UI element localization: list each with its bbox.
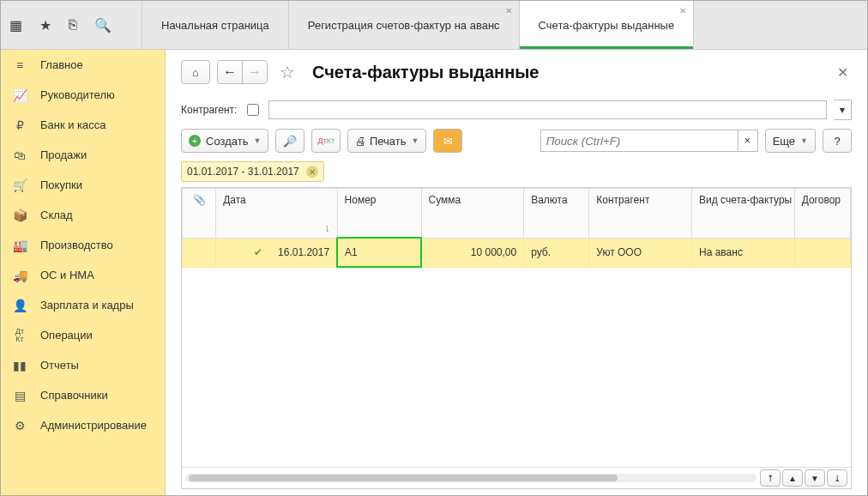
- sidebar-item-label: Главное: [40, 58, 83, 71]
- forward-button[interactable]: →: [242, 61, 267, 83]
- sidebar-item-hr[interactable]: 👤 Зарплата и кадры: [1, 290, 165, 320]
- counterparty-filter-input[interactable]: [268, 100, 827, 119]
- sidebar-item-label: Покупки: [40, 178, 82, 191]
- sidebar-item-references[interactable]: ▤ Справочники: [1, 380, 165, 410]
- cell-sum: 10 000,00: [421, 238, 524, 267]
- chevron-down-icon: ▼: [412, 136, 419, 145]
- bars-icon: ▮▮: [13, 359, 27, 372]
- dtkt-icon: ДтКт: [13, 328, 27, 343]
- nav-history: ← →: [217, 60, 268, 84]
- sidebar-item-label: Операции: [40, 329, 93, 342]
- home-button[interactable]: ⌂: [181, 60, 210, 84]
- sidebar-item-admin[interactable]: ⚙ Администрирование: [1, 410, 165, 440]
- horizontal-scrollbar[interactable]: [185, 474, 756, 482]
- column-attach[interactable]: 📎: [183, 189, 216, 239]
- mail-button[interactable]: ✉: [433, 129, 462, 153]
- cell-counterparty: Уют ООО: [589, 238, 692, 267]
- truck-icon: 🚚: [13, 269, 27, 282]
- column-counterparty[interactable]: Контрагент: [589, 189, 692, 239]
- sidebar-item-label: Отчеты: [40, 359, 79, 372]
- counterparty-filter-dropdown[interactable]: ▾: [834, 100, 852, 120]
- search-icon[interactable]: 🔍: [91, 14, 115, 37]
- more-button-label: Еще: [773, 135, 795, 148]
- column-currency[interactable]: Валюта: [524, 189, 589, 239]
- create-button[interactable]: + Создать ▼: [181, 129, 268, 153]
- tab-home[interactable]: Начальная страница: [142, 1, 288, 49]
- column-header-label: Дата: [223, 194, 246, 206]
- help-button[interactable]: ?: [823, 129, 852, 153]
- sidebar-item-operations[interactable]: ДтКт Операции: [1, 320, 165, 350]
- scroll-down-button[interactable]: ▼: [805, 469, 825, 487]
- documents-table: 📎 Дата ↓ Номер Сумма Валюта Контрагент В…: [181, 187, 852, 489]
- back-button[interactable]: ←: [218, 61, 242, 83]
- scroll-top-button[interactable]: ⤒: [760, 469, 781, 487]
- sidebar-item-assets[interactable]: 🚚 ОС и НМА: [1, 260, 165, 290]
- date-range-label: 01.01.2017 - 31.01.2017: [187, 166, 299, 178]
- search-clear-button[interactable]: ×: [738, 130, 758, 152]
- scroll-up-button[interactable]: ▲: [782, 469, 803, 487]
- close-page-button[interactable]: ✕: [834, 61, 852, 84]
- sidebar-item-label: Администрирование: [40, 419, 147, 432]
- sidebar-item-label: Банк и касса: [40, 118, 106, 131]
- sidebar-item-bank[interactable]: ₽ Банк и касса: [1, 110, 165, 140]
- chevron-down-icon: ▼: [253, 136, 261, 145]
- apps-icon[interactable]: ▦: [6, 14, 26, 37]
- star-icon[interactable]: ★: [36, 14, 55, 37]
- cell-number-highlighted: А1: [337, 238, 421, 267]
- tab-registration-label: Регистрация счетов-фактур на аванс: [308, 19, 500, 32]
- column-type[interactable]: Вид счета-фактуры: [692, 189, 795, 239]
- menu-icon: ≡: [13, 58, 27, 72]
- dtkt-button[interactable]: ДтКт: [311, 129, 341, 153]
- table-row[interactable]: ✔ 16.01.2017 А1 10 000,00 руб. Уют ООО Н…: [183, 238, 851, 267]
- tab-invoices-issued[interactable]: Счета-фактуры выданные ✕: [519, 1, 694, 49]
- top-bar: ▦ ★ ⎘ 🔍 Начальная страница Регистрация с…: [1, 1, 867, 50]
- column-number[interactable]: Номер: [337, 189, 421, 239]
- sidebar-item-label: Зарплата и кадры: [40, 299, 134, 312]
- counterparty-filter-checkbox[interactable]: [247, 104, 259, 116]
- print-button[interactable]: 🖨 Печать ▼: [347, 129, 426, 153]
- cart-icon: 🛒: [13, 178, 27, 192]
- ruble-icon: ₽: [13, 118, 27, 132]
- sidebar-item-production[interactable]: 🏭 Производство: [1, 230, 165, 260]
- counterparty-filter-label: Контрагент:: [181, 104, 237, 116]
- clear-date-icon[interactable]: ✕: [306, 166, 318, 178]
- close-icon[interactable]: ✕: [505, 6, 512, 15]
- search-input[interactable]: [540, 130, 738, 152]
- sidebar-item-label: Склад: [40, 209, 73, 221]
- create-button-label: Создать: [206, 135, 248, 148]
- favorite-star-icon[interactable]: ☆: [274, 62, 300, 82]
- sort-desc-icon: ↓: [325, 222, 330, 234]
- close-icon[interactable]: ✕: [679, 6, 686, 15]
- plus-icon: +: [189, 135, 201, 147]
- more-button[interactable]: Еще ▼: [765, 129, 816, 153]
- sidebar-item-label: Производство: [40, 239, 113, 251]
- tab-registration[interactable]: Регистрация счетов-фактур на аванс ✕: [288, 1, 519, 49]
- sidebar-item-reports[interactable]: ▮▮ Отчеты: [1, 350, 165, 380]
- printer-icon: 🖨: [355, 135, 366, 148]
- date-range-chip[interactable]: 01.01.2017 - 31.01.2017 ✕: [181, 161, 324, 182]
- sidebar-item-warehouse[interactable]: 📦 Склад: [1, 200, 165, 230]
- print-button-label: Печать: [370, 135, 407, 148]
- sidebar-item-sales[interactable]: 🛍 Продажи: [1, 140, 165, 170]
- scroll-bottom-button[interactable]: ⤓: [827, 469, 847, 487]
- column-date[interactable]: Дата ↓: [216, 189, 337, 239]
- sidebar-item-label: ОС и НМА: [40, 269, 94, 281]
- sidebar-item-purchases[interactable]: 🛒 Покупки: [1, 170, 165, 200]
- sidebar-item-manager[interactable]: 📈 Руководителю: [1, 80, 165, 110]
- sidebar: ≡ Главное 📈 Руководителю ₽ Банк и касса …: [1, 50, 166, 496]
- factory-icon: 🏭: [13, 239, 27, 252]
- sidebar-item-label: Справочники: [40, 389, 108, 402]
- column-sum[interactable]: Сумма: [421, 189, 524, 239]
- find-by-number-button[interactable]: 🔎: [275, 129, 304, 153]
- clipboard-icon[interactable]: ⎘: [65, 14, 81, 36]
- cell-date: 16.01.2017: [278, 246, 329, 258]
- cell-currency: руб.: [524, 238, 589, 267]
- tab-invoices-label: Счета-фактуры выданные: [539, 19, 675, 32]
- book-icon: ▤: [13, 389, 27, 402]
- cell-contract: [794, 238, 850, 267]
- sidebar-item-label: Руководителю: [40, 88, 115, 101]
- bag-icon: 🛍: [13, 148, 27, 162]
- box-icon: 📦: [13, 209, 27, 222]
- sidebar-item-main[interactable]: ≡ Главное: [1, 50, 165, 80]
- column-contract[interactable]: Договор: [794, 189, 850, 239]
